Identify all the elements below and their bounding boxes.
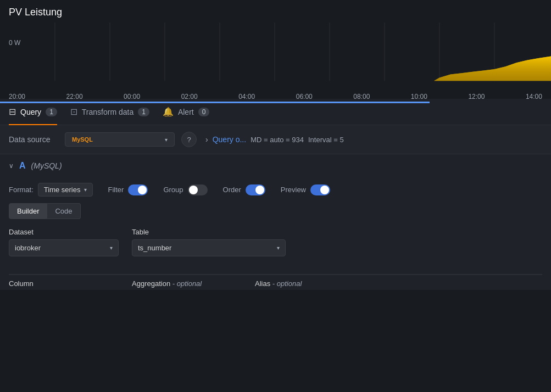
query-block: ∨ A (MySQL) Format: Time series ▾ Filter… [0, 154, 551, 290]
chart-svg [0, 23, 551, 94]
datasource-row: Data source MySQL ▾ ? › Query o... MD = … [0, 125, 551, 154]
group-toggle[interactable] [188, 184, 208, 195]
help-button[interactable]: ? [181, 132, 197, 147]
help-icon: ? [187, 136, 191, 144]
chart-y-label: 0 W [9, 39, 20, 47]
tab-alert[interactable]: 🔔 Alert 0 [163, 99, 209, 125]
chart-title: PV Leistung [0, 7, 551, 18]
format-value: Time series [44, 186, 81, 194]
order-toggle[interactable] [246, 184, 265, 195]
query-type: (MySQL) [31, 161, 62, 170]
dataset-table-row: Dataset iobroker ▾ Table ts_number ▾ [9, 228, 542, 256]
dataset-group: Dataset iobroker ▾ [9, 228, 119, 256]
alias-label: Alias [255, 279, 270, 288]
group-toggle-knob [189, 186, 198, 194]
tab-transform[interactable]: ⊡ Transform data 1 [70, 99, 149, 125]
content-area: Data source MySQL ▾ ? › Query o... MD = … [0, 125, 551, 290]
query-name: A [19, 161, 26, 171]
code-tab[interactable]: Code [47, 203, 80, 219]
tab-alert-badge: 0 [198, 108, 210, 116]
query-db-icon: ⊟ [9, 107, 16, 117]
form-section: Dataset iobroker ▾ Table ts_number ▾ [9, 228, 542, 274]
x-label-9: 14:00 [526, 93, 542, 100]
code-tab-label: Code [55, 207, 72, 215]
dataset-label: Dataset [9, 228, 119, 236]
order-label: Order [223, 186, 241, 194]
bottom-labels: Column Aggregation - optional Alias - op… [9, 275, 542, 290]
tab-query-label: Query [20, 108, 41, 116]
query-expand-icon: › [205, 135, 208, 144]
x-label-6: 08:00 [353, 93, 370, 100]
filter-toggle-knob [138, 186, 147, 194]
dataset-chevron-icon: ▾ [110, 245, 113, 251]
query-info: › Query o... MD = auto = 934 Interval = … [205, 135, 344, 144]
alias-optional: - optional [272, 279, 302, 288]
tab-alert-label: Alert [178, 108, 194, 116]
table-chevron-icon: ▾ [277, 245, 280, 251]
datasource-chevron-icon: ▾ [165, 137, 168, 143]
format-select[interactable]: Time series ▾ [38, 183, 93, 197]
alias-label-cell: Alias - optional [255, 279, 365, 288]
order-toggle-knob [255, 186, 264, 194]
tab-query[interactable]: ⊟ Query 1 [9, 99, 57, 125]
tab-transform-label: Transform data [82, 108, 133, 116]
tab-query-badge: 1 [46, 108, 57, 116]
x-label-4: 04:00 [238, 93, 255, 100]
alert-bell-icon: 🔔 [163, 107, 174, 117]
filter-group: Filter [108, 184, 148, 195]
dataset-select[interactable]: iobroker ▾ [9, 239, 119, 256]
order-group: Order [223, 184, 265, 195]
format-group: Format: Time series ▾ [9, 183, 93, 197]
svg-marker-10 [434, 56, 551, 81]
group-group: Group [163, 184, 207, 195]
chart-area: PV Leistung 0 W 20:00 22 [0, 0, 551, 99]
query-interval: Interval = 5 [308, 136, 344, 144]
filter-label: Filter [108, 186, 124, 194]
aggregation-optional: - optional [172, 279, 202, 288]
query-header: ∨ A (MySQL) [9, 161, 542, 171]
builder-tabs: Builder Code [9, 203, 542, 219]
format-row: Format: Time series ▾ Filter Group Ord [9, 178, 542, 203]
preview-label: Preview [281, 186, 306, 194]
format-chevron-icon: ▾ [84, 187, 87, 193]
format-label: Format: [9, 186, 34, 194]
chart-canvas: 0 W [0, 23, 551, 94]
preview-group: Preview [281, 184, 330, 195]
table-group: Table ts_number ▾ [132, 228, 286, 256]
preview-toggle[interactable] [310, 184, 330, 195]
builder-tab[interactable]: Builder [9, 203, 47, 219]
group-label: Group [163, 186, 183, 194]
table-label: Table [132, 228, 286, 236]
preview-toggle-knob [320, 186, 329, 194]
builder-tab-label: Builder [17, 207, 39, 215]
dataset-value: iobroker [15, 244, 41, 252]
filter-toggle[interactable] [128, 184, 148, 195]
query-link[interactable]: Query o... [213, 135, 246, 144]
transform-icon: ⊡ [70, 107, 77, 117]
x-label-5: 06:00 [296, 93, 313, 100]
table-value: ts_number [138, 244, 171, 252]
query-meta: MD = auto = 934 [251, 136, 304, 144]
x-label-7: 10:00 [411, 93, 427, 100]
column-label-cell: Column [9, 279, 119, 288]
aggregation-label: Aggregation [132, 279, 170, 288]
datasource-label: Data source [9, 135, 58, 144]
column-label: Column [9, 279, 34, 288]
mysql-logo: MySQL [72, 136, 93, 143]
tab-transform-badge: 1 [138, 108, 149, 116]
collapse-button[interactable]: ∨ [9, 162, 14, 170]
x-label-8: 12:00 [468, 93, 485, 100]
datasource-select-inner: MySQL [72, 136, 93, 143]
aggregation-label-cell: Aggregation - optional [132, 279, 242, 288]
table-select[interactable]: ts_number ▾ [132, 239, 286, 256]
datasource-select[interactable]: MySQL ▾ [65, 132, 175, 147]
progress-bar [0, 102, 430, 103]
